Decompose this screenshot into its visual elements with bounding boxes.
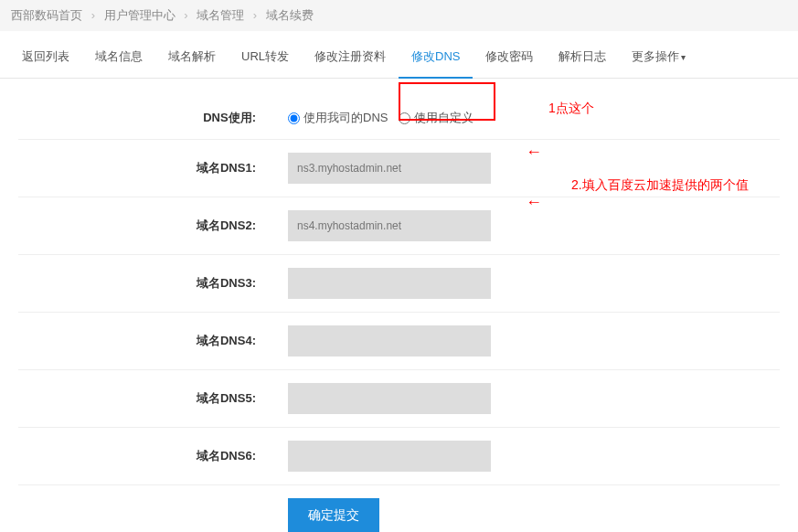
- submit-row: 确定提交: [18, 485, 780, 532]
- tabs: 返回列表 域名信息 域名解析 URL转发 修改注册资料 修改DNS 修改密码 解…: [0, 36, 798, 79]
- radio-company-label[interactable]: 使用我司的DNS: [288, 110, 388, 126]
- label-dns5: 域名DNS5:: [18, 390, 288, 407]
- breadcrumb: 西部数码首页 › 用户管理中心 › 域名管理 › 域名续费: [0, 0, 798, 31]
- label-dns3: 域名DNS3:: [18, 275, 288, 292]
- input-dns6[interactable]: [288, 441, 491, 472]
- row-dns1: 域名DNS1:: [18, 140, 780, 197]
- tab-more-label: 更多操作: [632, 49, 679, 63]
- label-dns1: 域名DNS1:: [18, 160, 288, 176]
- input-dns5[interactable]: [288, 383, 491, 414]
- content: 1点这个 2.填入百度云加速提供的两个值 ← ← DNS使用: 使用我司的DNS…: [0, 79, 798, 532]
- breadcrumb-item-home[interactable]: 西部数码首页: [11, 8, 82, 22]
- tab-info[interactable]: 域名信息: [82, 36, 155, 78]
- tab-url-forward[interactable]: URL转发: [229, 36, 302, 78]
- input-dns3[interactable]: [288, 268, 491, 299]
- breadcrumb-item-renew[interactable]: 域名续费: [266, 8, 314, 22]
- input-dns4[interactable]: [288, 325, 491, 356]
- radio-custom-label[interactable]: 使用自定义: [399, 110, 473, 126]
- radio-custom[interactable]: [399, 112, 410, 124]
- label-dns4: 域名DNS4:: [18, 333, 288, 349]
- row-dns-use: DNS使用: 使用我司的DNS 使用自定义: [18, 97, 780, 140]
- tab-modify-reg[interactable]: 修改注册资料: [302, 36, 399, 78]
- row-dns2: 域名DNS2:: [18, 197, 780, 255]
- label-dns-use: DNS使用:: [18, 110, 288, 126]
- tab-back[interactable]: 返回列表: [9, 36, 82, 78]
- submit-button[interactable]: 确定提交: [288, 498, 379, 532]
- input-dns2[interactable]: [288, 210, 491, 241]
- label-dns2: 域名DNS2:: [18, 218, 288, 234]
- label-dns6: 域名DNS6:: [18, 448, 288, 464]
- row-dns4: 域名DNS4:: [18, 313, 780, 370]
- row-dns5: 域名DNS5:: [18, 370, 780, 428]
- breadcrumb-sep: ›: [253, 8, 257, 22]
- radio-custom-text: 使用自定义: [414, 110, 473, 126]
- tab-more[interactable]: 更多操作▾: [619, 36, 698, 78]
- row-dns6: 域名DNS6:: [18, 428, 780, 485]
- breadcrumb-sep: ›: [91, 8, 95, 22]
- radio-company[interactable]: [288, 112, 300, 124]
- tab-modify-dns[interactable]: 修改DNS: [399, 36, 473, 78]
- row-dns3: 域名DNS3:: [18, 255, 780, 313]
- tab-modify-pwd[interactable]: 修改密码: [473, 36, 546, 78]
- breadcrumb-item-domain[interactable]: 域名管理: [197, 8, 244, 22]
- tab-resolve-log[interactable]: 解析日志: [546, 36, 619, 78]
- breadcrumb-item-user[interactable]: 用户管理中心: [104, 8, 176, 22]
- tab-resolve[interactable]: 域名解析: [155, 36, 229, 78]
- chevron-down-icon: ▾: [681, 52, 686, 62]
- input-dns1[interactable]: [288, 153, 491, 184]
- breadcrumb-sep: ›: [184, 8, 187, 22]
- radio-company-text: 使用我司的DNS: [303, 110, 388, 126]
- radio-group-dns-use: 使用我司的DNS 使用自定义: [288, 110, 780, 126]
